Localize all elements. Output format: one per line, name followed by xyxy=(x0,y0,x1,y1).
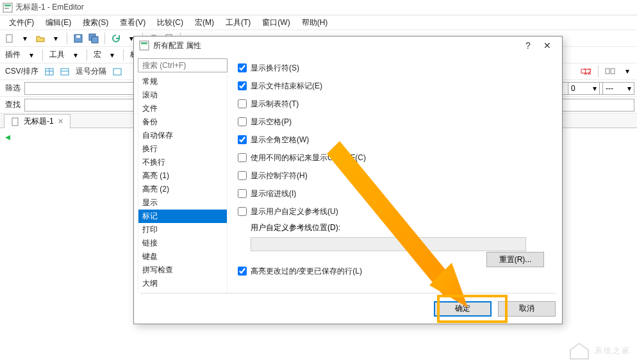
reset-button[interactable]: 重置(R)... xyxy=(486,252,544,267)
category-item[interactable]: 不换行 xyxy=(138,156,227,169)
category-item[interactable]: 文件 xyxy=(138,102,227,115)
open-file-icon[interactable] xyxy=(33,31,47,46)
checkbox-input[interactable] xyxy=(238,207,247,216)
menu-compare[interactable]: 比较(C) xyxy=(152,16,188,29)
option-checkbox[interactable]: 使用不同的标记来显示CR与LF(C) xyxy=(238,151,549,165)
checkbox-input[interactable] xyxy=(238,153,247,162)
category-item[interactable]: 标记 xyxy=(138,210,227,223)
table-icon[interactable] xyxy=(42,65,56,79)
menu-tools[interactable]: 工具(T) xyxy=(220,16,256,29)
number-select[interactable]: 0▾ xyxy=(568,82,600,95)
option-checkbox[interactable]: 显示空格(P) xyxy=(238,115,549,129)
svg-rect-7 xyxy=(92,37,98,43)
option-checkbox[interactable]: 显示用户自定义参考线(U) xyxy=(238,204,549,219)
guide-position-input xyxy=(251,237,526,251)
svg-rect-17 xyxy=(61,69,69,75)
ok-button[interactable]: 确定 xyxy=(434,301,492,317)
svg-rect-2 xyxy=(4,8,9,9)
cancel-button[interactable]: 取消 xyxy=(498,301,556,317)
chevron-down-icon[interactable]: ▾ xyxy=(69,48,83,62)
toolbar-right-widgets2: 0▾ ---▾ xyxy=(568,82,634,95)
svg-rect-24 xyxy=(12,118,18,126)
plugins-label: 插件 xyxy=(3,49,23,60)
menu-edit[interactable]: 编辑(E) xyxy=(40,16,76,29)
option-label: 显示制表符(T) xyxy=(251,99,299,110)
category-item[interactable]: 换行 xyxy=(138,142,227,156)
category-item[interactable]: 备份 xyxy=(138,115,227,129)
category-item[interactable]: 键盘 xyxy=(138,250,227,263)
checkbox-input[interactable] xyxy=(238,63,247,72)
reload-icon[interactable] xyxy=(109,31,123,46)
option-label: 显示缩进线(I) xyxy=(251,188,296,199)
option-checkbox[interactable]: 显示控制字符(H) xyxy=(238,169,549,183)
help-icon[interactable]: ? xyxy=(518,40,538,51)
svg-rect-1 xyxy=(4,4,11,6)
svg-rect-23 xyxy=(611,69,615,74)
option-checkbox[interactable]: 显示缩进线(I) xyxy=(238,186,549,201)
menu-help[interactable]: 帮助(H) xyxy=(297,16,333,29)
filter-label: 筛选 xyxy=(3,83,23,94)
save-icon[interactable] xyxy=(71,31,85,46)
svg-rect-22 xyxy=(606,69,609,74)
tab-label: 无标题-1 xyxy=(24,116,54,127)
checkbox-input[interactable] xyxy=(238,117,247,126)
option-checkbox[interactable]: 显示全角空格(W) xyxy=(238,133,549,147)
category-item[interactable]: 高亮 (2) xyxy=(138,183,227,196)
close-icon[interactable]: ✕ xyxy=(538,40,557,51)
option-label: 显示空格(P) xyxy=(251,117,292,128)
chevron-down-icon[interactable]: ▾ xyxy=(49,31,63,46)
checkbox-input[interactable] xyxy=(238,81,247,90)
category-item[interactable]: 高亮 (1) xyxy=(138,169,227,183)
category-item[interactable]: 常规 xyxy=(138,75,227,88)
checkbox-input[interactable] xyxy=(238,99,247,108)
category-item[interactable]: 链接 xyxy=(138,236,227,250)
category-item[interactable]: 自动保存 xyxy=(138,129,227,142)
option-checkbox[interactable]: 显示文件结束标记(E) xyxy=(238,79,549,93)
option-label: 高亮更改过的/变更已保存的行(L) xyxy=(251,266,362,277)
tab-document[interactable]: 无标题-1 ✕ xyxy=(4,114,70,128)
category-item[interactable]: 拼写检查 xyxy=(138,263,227,277)
csv-label: CSV/排序 xyxy=(3,66,41,77)
checkbox-input[interactable] xyxy=(238,189,247,198)
svg-rect-19 xyxy=(113,69,121,75)
save-all-icon[interactable] xyxy=(87,31,101,46)
menu-search[interactable]: 搜索(S) xyxy=(78,16,113,29)
category-item[interactable]: 显示 xyxy=(138,196,227,210)
search-input[interactable] xyxy=(138,58,228,72)
table2-icon[interactable] xyxy=(110,65,124,79)
checkbox-input[interactable] xyxy=(238,171,247,180)
doc-icon xyxy=(11,117,20,126)
svg-rect-3 xyxy=(6,35,12,42)
option-checkbox[interactable]: 显示换行符(S) xyxy=(238,61,549,75)
chevron-down-icon[interactable]: ▾ xyxy=(620,64,634,78)
menu-macro[interactable]: 宏(M) xyxy=(190,16,219,29)
menu-window[interactable]: 窗口(W) xyxy=(257,16,295,29)
new-file-icon[interactable] xyxy=(3,31,17,46)
ruler-icon[interactable]: 123 xyxy=(579,64,593,78)
menu-bar: 文件(F) 编辑(E) 搜索(S) 查看(V) 比较(C) 宏(M) 工具(T)… xyxy=(0,15,637,29)
option-label: 显示用户自定义参考线(U) xyxy=(251,206,338,217)
svg-text:123: 123 xyxy=(583,67,591,76)
category-list[interactable]: 常规滚动文件备份自动保存换行不换行高亮 (1)高亮 (2)显示标记打印链接键盘拼… xyxy=(138,75,228,293)
checkbox-input[interactable] xyxy=(238,135,247,144)
menu-view[interactable]: 查看(V) xyxy=(115,16,151,29)
chevron-down-icon[interactable]: ▾ xyxy=(105,48,119,62)
chevron-down-icon[interactable]: ▾ xyxy=(18,31,32,46)
menu-file[interactable]: 文件(F) xyxy=(4,16,39,29)
category-item[interactable]: 打印 xyxy=(138,223,227,236)
chevron-down-icon[interactable]: ▾ xyxy=(24,48,38,62)
dialog-title: 所有配置 属性 xyxy=(153,40,518,51)
app-icon xyxy=(3,3,13,13)
category-item[interactable]: 大纲 xyxy=(138,277,227,290)
option-checkbox[interactable]: 显示制表符(T) xyxy=(238,97,549,111)
dash-select[interactable]: ---▾ xyxy=(602,82,634,95)
table-alt-icon[interactable] xyxy=(58,65,72,79)
option-label: 使用不同的标记来显示CR与LF(C) xyxy=(251,153,366,163)
tab-width-icon[interactable] xyxy=(604,64,618,78)
checkbox-input[interactable] xyxy=(238,267,247,276)
option-label: 显示控制字符(H) xyxy=(251,170,308,181)
category-item[interactable]: 滚动 xyxy=(138,88,227,102)
close-icon[interactable]: ✕ xyxy=(58,117,63,126)
option-label: 显示全角空格(W) xyxy=(251,135,309,145)
tools-label: 工具 xyxy=(47,49,67,60)
